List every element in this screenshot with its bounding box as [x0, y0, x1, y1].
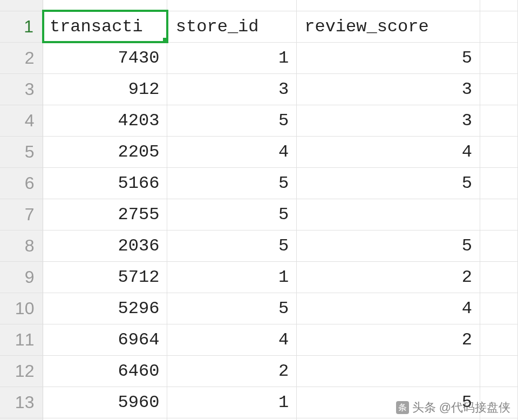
cell-c6[interactable]: 5 [297, 167, 480, 199]
cell-a4[interactable]: 4203 [43, 105, 167, 136]
row-header-5[interactable]: 5 [0, 136, 43, 167]
cell-b3[interactable]: 3 [167, 73, 297, 105]
table-row: 1 transacti store_id review_score [0, 11, 518, 42]
cell-b2[interactable]: 1 [167, 42, 297, 73]
cell-partial-b-bottom [167, 418, 297, 420]
cell-partial-d [480, 0, 518, 11]
partial-row-bottom [0, 418, 518, 420]
cell-partial-a [43, 0, 167, 11]
table-row: 4 4203 5 3 [0, 105, 518, 136]
cell-c3[interactable]: 3 [297, 73, 480, 105]
cell-b6[interactable]: 5 [167, 167, 297, 199]
cell-b1[interactable]: store_id [167, 11, 297, 42]
cell-b12[interactable]: 2 [167, 355, 297, 387]
cell-partial-a-bottom [43, 418, 167, 420]
table-row: 6 5166 5 5 [0, 167, 518, 199]
row-header-6[interactable]: 6 [0, 167, 43, 199]
table-row: 12 6460 2 [0, 355, 518, 387]
cell-d11[interactable] [480, 324, 518, 355]
cell-b7[interactable]: 5 [167, 199, 297, 230]
cell-b11[interactable]: 4 [167, 324, 297, 355]
cell-a7[interactable]: 2755 [43, 199, 167, 230]
partial-row-top [0, 0, 518, 11]
cell-d2[interactable] [480, 42, 518, 73]
cell-c5[interactable]: 4 [297, 136, 480, 167]
cell-c12[interactable] [297, 355, 480, 387]
cell-c2[interactable]: 5 [297, 42, 480, 73]
cell-c8[interactable]: 5 [297, 230, 480, 261]
cell-d6[interactable] [480, 167, 518, 199]
row-header-3[interactable]: 3 [0, 73, 43, 105]
cell-a6[interactable]: 5166 [43, 167, 167, 199]
row-header-12[interactable]: 12 [0, 355, 43, 387]
row-header-7[interactable]: 7 [0, 199, 43, 230]
table-row: 7 2755 5 [0, 199, 518, 230]
row-header-partial-bottom [0, 418, 43, 420]
cell-b5[interactable]: 4 [167, 136, 297, 167]
row-header-10[interactable]: 10 [0, 293, 43, 324]
table-row: 8 2036 5 5 [0, 230, 518, 261]
cell-c4[interactable]: 3 [297, 105, 480, 136]
row-header-partial [0, 0, 43, 11]
cell-c9[interactable]: 2 [297, 261, 480, 293]
row-header-2[interactable]: 2 [0, 42, 43, 73]
cell-c10[interactable]: 4 [297, 293, 480, 324]
cell-c11[interactable]: 2 [297, 324, 480, 355]
row-header-9[interactable]: 9 [0, 261, 43, 293]
cell-a5[interactable]: 2205 [43, 136, 167, 167]
cell-c7[interactable] [297, 199, 480, 230]
table-row: 10 5296 5 4 [0, 293, 518, 324]
cell-d12[interactable] [480, 355, 518, 387]
cell-b9[interactable]: 1 [167, 261, 297, 293]
cell-d9[interactable] [480, 261, 518, 293]
cell-a8[interactable]: 2036 [43, 230, 167, 261]
cell-d8[interactable] [480, 230, 518, 261]
cell-a11[interactable]: 6964 [43, 324, 167, 355]
cell-b4[interactable]: 5 [167, 105, 297, 136]
table-row: 5 2205 4 4 [0, 136, 518, 167]
cell-partial-c-bottom [297, 418, 480, 420]
table-row: 11 6964 4 2 [0, 324, 518, 355]
cell-d4[interactable] [480, 105, 518, 136]
cell-a3[interactable]: 912 [43, 73, 167, 105]
cell-d1[interactable] [480, 11, 518, 42]
cell-d7[interactable] [480, 199, 518, 230]
cell-d10[interactable] [480, 293, 518, 324]
cell-b10[interactable]: 5 [167, 293, 297, 324]
cell-a1-selected[interactable]: transacti [43, 11, 167, 42]
row-header-4[interactable]: 4 [0, 105, 43, 136]
cell-a9[interactable]: 5712 [43, 261, 167, 293]
watermark-text: 头条 @代码接盘侠 [412, 399, 510, 416]
cell-partial-b [167, 0, 297, 11]
cell-partial-d-bottom [480, 418, 518, 420]
row-header-11[interactable]: 11 [0, 324, 43, 355]
table-row: 3 912 3 3 [0, 73, 518, 105]
cell-d5[interactable] [480, 136, 518, 167]
spreadsheet-grid[interactable]: 1 transacti store_id review_score 2 7430… [0, 0, 518, 420]
cell-a2[interactable]: 7430 [43, 42, 167, 73]
watermark: 条 头条 @代码接盘侠 [396, 399, 510, 416]
cell-partial-c [297, 0, 480, 11]
cell-a13[interactable]: 5960 [43, 387, 167, 418]
row-header-13[interactable]: 13 [0, 387, 43, 418]
row-header-1[interactable]: 1 [0, 11, 43, 42]
table-row: 9 5712 1 2 [0, 261, 518, 293]
cell-a12[interactable]: 6460 [43, 355, 167, 387]
cell-c1[interactable]: review_score [297, 11, 480, 42]
table-row: 2 7430 1 5 [0, 42, 518, 73]
cell-b13[interactable]: 1 [167, 387, 297, 418]
cell-b8[interactable]: 5 [167, 230, 297, 261]
watermark-icon: 条 [396, 401, 409, 414]
cell-d3[interactable] [480, 73, 518, 105]
cell-a10[interactable]: 5296 [43, 293, 167, 324]
row-header-8[interactable]: 8 [0, 230, 43, 261]
